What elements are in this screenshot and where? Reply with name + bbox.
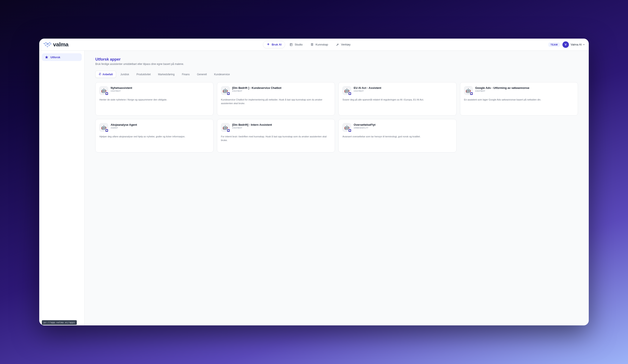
filter-tab-markedsforing[interactable]: Markedsføring: [155, 71, 178, 78]
svg-point-3: [49, 42, 50, 43]
card-type: ARBEIDSFLYT: [354, 127, 453, 129]
app-card[interactable]: 🤖 💬 [Din Bedrift ] - Kundeservice Chatbo…: [217, 82, 335, 116]
chat-badge-icon: 💬: [105, 129, 108, 132]
team-badge: TEAM: [549, 43, 560, 47]
card-description: Avansert oversettelse som tar hensyn til…: [342, 135, 453, 139]
user-name: Valma AI: [571, 43, 582, 46]
compass-icon: [45, 55, 48, 59]
card-title: [Din Bedrift] - Intern Assistent: [232, 123, 331, 126]
card-head: 🤖 💬 [Din Bedrift] - Intern Assistent CHA…: [221, 123, 331, 132]
card-titles: [Din Bedrift] - Intern Assistent CHATBOT: [232, 123, 331, 129]
svg-point-6: [47, 46, 48, 47]
chat-badge-icon: 💬: [227, 129, 230, 132]
card-title: EU AI Act - Assistent: [354, 86, 453, 89]
logo-text: valma: [53, 41, 68, 48]
user-menu[interactable]: V Valma AI ▾: [562, 41, 584, 48]
card-type: CHATBOT: [475, 90, 574, 92]
book-icon: [310, 43, 314, 46]
robot-icon: 🤖 💬: [464, 86, 473, 95]
card-title: Nyhetsassistent: [111, 86, 209, 89]
filter-label: Generell: [197, 73, 207, 76]
card-title: [Din Bedrift ] - Kundeservice Chatbot: [232, 86, 331, 89]
nav-tab-bruk-ai[interactable]: Bruk AI: [263, 41, 285, 48]
card-description: For internt bruk i bedriften med kunnska…: [221, 135, 331, 142]
nav-tab-label: Verktøy: [341, 43, 350, 46]
topbar-right: TEAM V Valma AI ▾: [549, 41, 584, 48]
card-titles: [Din Bedrift ] - Kundeservice Chatbot CH…: [232, 86, 331, 92]
card-title: Google Ads - Utforming av søkeannonse: [475, 86, 574, 89]
studio-icon: [289, 43, 293, 46]
filter-label: Kundeservice: [214, 73, 230, 76]
sparkle-icon: [267, 43, 270, 46]
nav-tab-studio[interactable]: Studio: [286, 41, 306, 48]
url-tooltip: ps://app.valma.ai/apps: [42, 320, 77, 325]
robot-icon: 🤖 💬: [221, 123, 230, 132]
nav-tab-verktoy[interactable]: Verktøy: [332, 41, 354, 48]
body: Utforsk Utforsk apper Bruk ferdige assis…: [39, 51, 589, 325]
filter-tab-produktivitet[interactable]: Produktivitet: [134, 71, 154, 78]
nav-tab-label: Bruk AI: [272, 43, 282, 46]
topbar: valma Bruk AI Studio Kunnskap: [39, 39, 589, 51]
card-type: CHATBOT: [232, 127, 331, 129]
nav-tab-label: Kunnskap: [315, 43, 328, 46]
card-type: AGENT: [111, 127, 209, 129]
filter-tab-generell[interactable]: Generell: [194, 71, 210, 78]
filter-tab-anbefalt[interactable]: Anbefalt: [95, 71, 116, 78]
filter-label: Finans: [182, 73, 190, 76]
card-description: Henter de siste nyhetene i Norge og opps…: [99, 98, 209, 102]
card-title: Aksjeanalyse Agent: [111, 123, 209, 126]
svg-point-1: [46, 42, 46, 43]
main-content: Utforsk apper Bruk ferdige assistenter u…: [84, 51, 589, 325]
card-type: CHATBOT: [354, 90, 453, 92]
card-description: Svarer deg på alle spørsmål relatert til…: [342, 98, 453, 102]
filter-tab-kundeservice[interactable]: Kundeservice: [211, 71, 233, 78]
robot-icon: 🤖 💬: [221, 86, 230, 95]
nav-tab-kunnskap[interactable]: Kunnskap: [307, 41, 331, 48]
card-description: Kundeservice Chatbot for implementering …: [221, 98, 331, 105]
filter-tab-juridisk[interactable]: Juridisk: [117, 71, 132, 78]
sidebar-item-utforsk[interactable]: Utforsk: [42, 53, 82, 61]
chat-badge-icon: 💬: [348, 92, 352, 95]
chat-badge-icon: 💬: [227, 92, 230, 95]
nav-tabs: Bruk AI Studio Kunnskap Verktøy: [263, 41, 354, 48]
card-head: 🤖 💬 EU AI Act - Assistent CHATBOT: [342, 86, 453, 95]
robot-icon: 🤖 💬: [99, 123, 108, 132]
app-card[interactable]: 🤖 💬 Google Ads - Utforming av søkeannons…: [460, 82, 578, 116]
sidebar: Utforsk: [39, 51, 84, 325]
svg-point-2: [47, 43, 48, 44]
thumbs-up-icon: [98, 73, 101, 76]
sidebar-item-label: Utforsk: [50, 56, 60, 59]
svg-rect-9: [290, 43, 292, 46]
filter-tabs: Anbefalt Juridisk Produktivitet Markedsf…: [95, 71, 578, 78]
card-head: 🤖 💬 Aksjeanalyse Agent AGENT: [99, 123, 209, 132]
svg-point-8: [47, 44, 48, 44]
app-card[interactable]: 🤖 💬 EU AI Act - Assistent CHATBOT Svarer…: [338, 82, 457, 116]
card-titles: Aksjeanalyse Agent AGENT: [111, 123, 209, 129]
app-card[interactable]: 🤖 💬 [Din Bedrift] - Intern Assistent CHA…: [217, 119, 335, 152]
chat-badge-icon: 💬: [348, 129, 352, 132]
app-card[interactable]: 🤖 💬 Aksjeanalyse Agent AGENT Hjelper deg…: [95, 119, 214, 152]
card-titles: OversettelseFlyt ARBEIDSFLYT: [354, 123, 453, 129]
card-head: 🤖 💬 [Din Bedrift ] - Kundeservice Chatbo…: [221, 86, 331, 95]
chat-badge-icon: 💬: [105, 92, 108, 95]
robot-icon: 🤖 💬: [342, 86, 351, 95]
page-subtitle: Bruk ferdige assistenter umiddelbart ell…: [95, 63, 578, 66]
filter-label: Markedsføring: [158, 73, 175, 76]
card-head: 🤖 💬 OversettelseFlyt ARBEIDSFLYT: [342, 123, 453, 132]
svg-point-4: [51, 44, 51, 44]
app-card[interactable]: 🤖 💬 OversettelseFlyt ARBEIDSFLYT Avanser…: [338, 119, 457, 152]
app-card[interactable]: 🤖 💬 Nyhetsassistent CHATBOT Henter de si…: [95, 82, 214, 116]
filter-label: Juridisk: [120, 73, 129, 76]
logo[interactable]: valma: [44, 41, 68, 48]
nav-tab-label: Studio: [295, 43, 303, 46]
card-type: CHATBOT: [111, 90, 209, 92]
filter-tab-finans[interactable]: Finans: [179, 71, 193, 78]
card-titles: EU AI Act - Assistent CHATBOT: [354, 86, 453, 92]
card-description: En assistent som lager Google Ads søkean…: [464, 98, 574, 102]
tool-icon: [336, 43, 339, 46]
card-type: CHATBOT: [232, 90, 331, 92]
filter-label: Produktivitet: [137, 73, 151, 76]
app-window: valma Bruk AI Studio Kunnskap: [39, 39, 589, 325]
avatar: V: [562, 41, 569, 48]
robot-icon: 🤖 💬: [342, 123, 351, 132]
